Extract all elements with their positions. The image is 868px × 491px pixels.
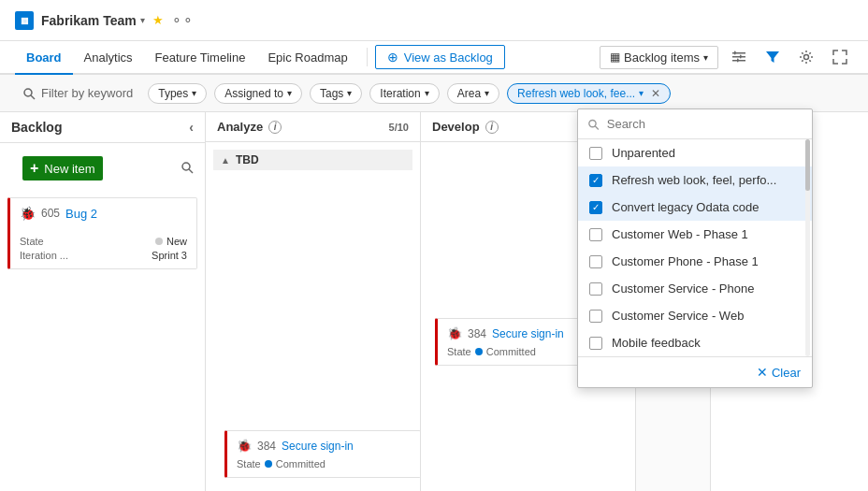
- dropdown-items-list: Unparented ✓ Refresh web look, feel, per…: [578, 139, 812, 356]
- active-filter-chevron-icon: ▾: [639, 88, 644, 98]
- chevron-down-icon: ▾: [703, 52, 708, 63]
- dropdown-item-convert[interactable]: ✓ Convert legacy Odata code: [578, 194, 812, 221]
- clear-button[interactable]: ✕ Clear: [757, 365, 801, 380]
- bug-icon: 🐞: [20, 206, 36, 221]
- svg-point-7: [804, 55, 809, 60]
- iteration-filter[interactable]: Iteration ▾: [369, 83, 439, 104]
- svg-rect-1: [732, 56, 745, 58]
- tab-board[interactable]: Board: [15, 41, 73, 75]
- types-filter[interactable]: Types ▾: [148, 83, 207, 104]
- settings-gear-button[interactable]: [793, 44, 819, 70]
- svg-rect-5: [737, 59, 739, 63]
- info-icon: i: [268, 121, 282, 134]
- expand-button[interactable]: [827, 44, 853, 70]
- svg-line-11: [189, 169, 193, 173]
- analyze-title: Analyze: [217, 120, 263, 134]
- checkbox-cs-phone[interactable]: [589, 282, 602, 296]
- svg-point-8: [24, 89, 32, 96]
- view-as-backlog-button[interactable]: ⊕ View as Backlog: [375, 45, 505, 69]
- close-filter-icon[interactable]: ✕: [651, 87, 660, 100]
- svg-rect-3: [734, 51, 736, 55]
- committed-dot-2: [475, 348, 483, 355]
- checkbox-customer-phone[interactable]: [589, 255, 602, 268]
- favorite-star-icon[interactable]: ★: [152, 13, 164, 27]
- checkbox-mobile[interactable]: [589, 337, 602, 350]
- checkbox-customer-web[interactable]: [589, 228, 602, 241]
- people-icon[interactable]: ⚬⚬: [171, 13, 194, 28]
- svg-point-10: [182, 163, 190, 170]
- dropdown-item-cs-phone[interactable]: Customer Service - Phone: [578, 275, 812, 302]
- svg-line-9: [31, 95, 35, 99]
- checkbox-unparented[interactable]: [589, 147, 602, 160]
- iteration-chevron-icon: ▾: [425, 88, 429, 98]
- backlog-header: Backlog ‹: [0, 112, 205, 143]
- checkbox-convert[interactable]: ✓: [589, 201, 602, 214]
- assigned-to-filter[interactable]: Assigned to ▾: [214, 83, 302, 104]
- tab-epic-roadmap[interactable]: Epic Roadmap: [256, 40, 358, 74]
- dropdown-item-refresh[interactable]: ✓ Refresh web look, feel, perfo...: [578, 166, 812, 194]
- checkbox-cs-web[interactable]: [589, 310, 602, 323]
- tab-analytics[interactable]: Analytics: [73, 40, 144, 74]
- dropdown-search-bar: [578, 109, 812, 139]
- svg-line-13: [595, 125, 599, 129]
- top-nav: ▦ Fabrikam Team ▾ ★ ⚬⚬: [0, 0, 868, 41]
- develop-info-icon: i: [485, 121, 499, 134]
- settings-column-button[interactable]: [726, 44, 752, 70]
- backlog-title: Backlog: [11, 120, 62, 135]
- area-filter[interactable]: Area ▾: [447, 83, 499, 104]
- area-chevron-icon: ▾: [485, 88, 489, 98]
- team-chevron-icon[interactable]: ▾: [140, 15, 145, 25]
- svg-marker-6: [766, 51, 779, 63]
- nav-divider: [367, 48, 368, 66]
- dropdown-item-unparented[interactable]: Unparented: [578, 139, 812, 166]
- checkbox-refresh[interactable]: ✓: [589, 174, 602, 187]
- dropdown-item-customer-web[interactable]: Customer Web - Phase 1: [578, 221, 812, 248]
- team-logo-icon: ▦: [15, 11, 34, 30]
- clear-x-icon: ✕: [757, 365, 768, 380]
- backlog-item-card[interactable]: 🐞 605 Bug 2 State New Iteration ... Spri…: [7, 197, 197, 269]
- team-name: Fabrikam Team: [41, 13, 137, 28]
- svg-rect-4: [740, 55, 742, 59]
- column-analyze-header: Analyze i 5/10: [206, 112, 420, 142]
- dropdown-item-customer-phone[interactable]: Customer Phone - Phase 1: [578, 248, 812, 275]
- backlog-search-icon[interactable]: [181, 161, 194, 177]
- filter-bar: Filter by keyword Types ▾ Assigned to ▾ …: [0, 75, 868, 112]
- grid-icon: ▦: [610, 51, 620, 64]
- scrollbar-track: [805, 139, 810, 356]
- assigned-chevron-icon: ▾: [287, 88, 292, 98]
- types-chevron-icon: ▾: [192, 88, 196, 98]
- filter-button[interactable]: [760, 44, 786, 70]
- new-item-button[interactable]: + New item: [22, 156, 103, 181]
- swim-collapse-icon: ▲: [221, 155, 230, 166]
- develop-title: Develop: [432, 120, 480, 134]
- item-iteration: Sprint 3: [152, 250, 187, 261]
- dropdown-search-icon: [587, 118, 600, 131]
- tab-feature-timeline[interactable]: Feature Timeline: [144, 40, 257, 74]
- active-area-filter[interactable]: Refresh web look, fee... ▾ ✕: [507, 83, 671, 104]
- nav-tabs: Board Analytics Feature Timeline Epic Ro…: [0, 41, 868, 75]
- plus-icon: +: [30, 160, 38, 177]
- collapse-backlog-icon[interactable]: ‹: [189, 120, 194, 135]
- backlog-items-button[interactable]: ▦ Backlog items ▾: [600, 46, 718, 69]
- area-dropdown: Unparented ✓ Refresh web look, feel, per…: [577, 108, 813, 388]
- analyze-count: 5/10: [389, 122, 409, 133]
- circle-arrow-icon: ⊕: [387, 50, 398, 65]
- item-state: New: [155, 236, 187, 247]
- dropdown-footer: ✕ Clear: [578, 356, 812, 387]
- svg-point-12: [589, 120, 596, 126]
- filter-keyword[interactable]: Filter by keyword: [15, 82, 140, 104]
- tags-chevron-icon: ▾: [347, 88, 352, 98]
- scrollbar-thumb[interactable]: [805, 139, 810, 191]
- swim-lane-tbd[interactable]: ▲ TBD: [213, 150, 412, 170]
- card-bug-icon-2: 🐞: [447, 326, 462, 340]
- tags-filter[interactable]: Tags ▾: [310, 83, 362, 104]
- backlog-panel: Backlog ‹ + New item 🐞 605 Bug 2 State: [0, 112, 206, 491]
- dropdown-item-mobile[interactable]: Mobile feedback: [578, 329, 812, 356]
- dropdown-search-input[interactable]: [607, 117, 803, 131]
- svg-rect-2: [732, 60, 745, 62]
- dropdown-item-cs-web[interactable]: Customer Service - Web: [578, 302, 812, 329]
